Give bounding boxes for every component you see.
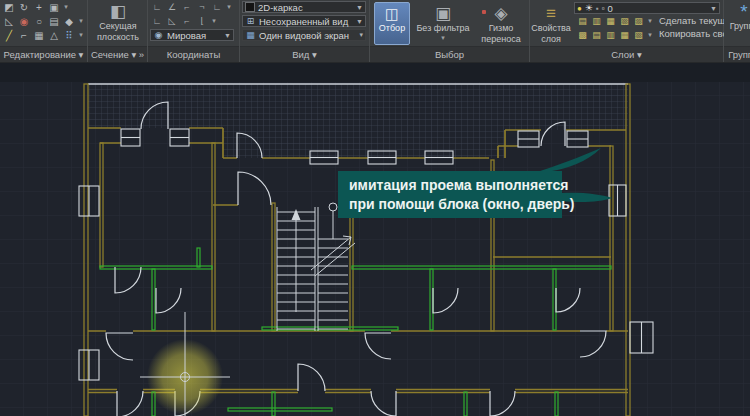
layer-stack-icon: ≡ — [546, 5, 556, 23]
layer-tools-row: ▤▥▦▧▨▾ — [574, 14, 656, 28]
layer-tool-icon[interactable]: ▤ — [590, 29, 603, 42]
panel-view: 2D-каркас ▼ ⊞ Несохраненный вид ▼ ▦ Один… — [240, 0, 370, 62]
layer-tool-icon[interactable]: ▦ — [618, 29, 631, 42]
layer-tools-row: ▩▤▥▦▧▾ — [574, 28, 656, 42]
flyout-arrow-icon[interactable]: ▾ — [62, 3, 70, 11]
coords-icon-row: ∟∠⌐¬∟▾ — [148, 0, 239, 14]
section-plane-label: Секущая плоскость — [91, 21, 145, 42]
panel-label-groups[interactable]: Группы — [724, 46, 750, 62]
gizmo-hex-icon: ◈ — [494, 5, 507, 23]
named-view-combo[interactable]: ⊞ Несохраненный вид ▼ — [242, 15, 366, 27]
layer-tool-icon[interactable]: ▨ — [632, 15, 645, 28]
edit-tool-icon[interactable]: ◆ — [62, 15, 76, 28]
callout-text-line1: имитация проема выполняется — [349, 177, 568, 193]
visual-style-value: 2D-каркас — [258, 2, 303, 13]
group-label: Группа — [730, 21, 750, 32]
ucs-icon[interactable]: ⌊ — [195, 15, 209, 28]
edit-icon-row: ╱⌐▦△⠿▾ — [0, 28, 87, 42]
ucs-icon[interactable]: ∠ — [165, 1, 179, 14]
ribbon-toolbar: ◩↻+▣▾ ◺◉○▤◆▾ ╱⌐▦△⠿▾ Редактирование ▾ ◧ С… — [0, 0, 750, 63]
world-ucs-icon: ◉ — [153, 30, 164, 40]
visual-style-combo[interactable]: 2D-каркас ▼ — [242, 1, 366, 13]
autocad-window: { "ribbon": { "panels": { "edit": { "lab… — [0, 0, 750, 416]
chevron-down-icon: ▼ — [224, 32, 231, 39]
edit-tool-icon[interactable]: △ — [47, 29, 61, 42]
group-star-icon: * — [740, 3, 747, 21]
panel-label-edit[interactable]: Редактирование ▾ — [0, 46, 87, 62]
edit-tool-icon[interactable]: ▦ — [32, 29, 46, 42]
visual-style-icon — [245, 2, 255, 12]
ucs-icon[interactable]: ⌐ — [180, 1, 194, 14]
flyout-arrow-icon[interactable]: ▾ — [210, 17, 218, 25]
group-button[interactable]: * Группа — [724, 0, 750, 43]
edit-tool-icon[interactable]: ◺ — [2, 15, 16, 28]
layer-color-swatch: ▫ — [602, 4, 605, 13]
flyout-arrow-icon[interactable]: ▾ — [77, 17, 85, 25]
layer-tool-icon[interactable]: ▧ — [632, 29, 645, 42]
canvas-top-band — [0, 62, 750, 82]
ucs-icon[interactable]: ⌐ — [180, 15, 194, 28]
filter-cube-icon: ▣ — [435, 5, 451, 23]
layer-tool-icon[interactable]: ▥ — [604, 29, 617, 42]
ucs-icon[interactable]: ∟ — [150, 1, 164, 14]
culling-button[interactable]: ◫ Отбор — [374, 2, 410, 45]
panel-layers: ≡ Свойства слоя ● ☀ ▪ ▫ 0 ▼ ▤▥▦▧▨▾ ▩▤▥▦▧… — [530, 0, 724, 62]
panel-label-select[interactable]: Выбор — [370, 46, 529, 62]
culling-cube-icon: ◫ — [385, 5, 399, 23]
flyout-arrow-icon[interactable]: ▾ — [646, 17, 654, 25]
layer-on-bulb-icon: ● — [577, 4, 582, 13]
edit-tool-icon[interactable]: + — [32, 1, 46, 14]
ucs-icon[interactable]: ◺ — [165, 15, 179, 28]
panel-label-layers[interactable]: Слои ▾ — [530, 46, 723, 62]
layer-combo[interactable]: ● ☀ ▪ ▫ 0 ▼ — [574, 2, 720, 14]
view-icon: ⊞ — [245, 16, 256, 26]
viewport-config-value: Один видовой экран — [259, 30, 349, 41]
ucs-combo[interactable]: ◉ Мировая ▼ — [150, 29, 234, 41]
filter-label: Без фильтра — [416, 23, 469, 34]
edit-tool-icon[interactable]: ▤ — [47, 15, 61, 28]
filter-button[interactable]: ▣ Без фильтра ▾ — [414, 2, 472, 45]
ucs-icon[interactable]: ∟ — [150, 15, 164, 28]
coords-icon-row: ∟◺⌐⌊▾ — [148, 14, 239, 28]
viewport-config-combo[interactable]: ▦ Один видовой экран ▾ — [242, 29, 366, 41]
section-plane-button[interactable]: ◧ Секущая плоскость — [88, 0, 148, 47]
edit-tool-icon[interactable]: ⠿ — [62, 29, 76, 42]
edit-tool-icon[interactable]: ◉ — [17, 15, 31, 28]
panel-label-section[interactable]: Сечение ▾ » — [88, 46, 147, 62]
callout-text-line2: при помощи блока (окно, дверь) — [349, 196, 575, 212]
section-plane-icon: ◧ — [110, 3, 126, 21]
ucs-icon[interactable]: ∟ — [210, 1, 224, 14]
panel-edit: ◩↻+▣▾ ◺◉○▤◆▾ ╱⌐▦△⠿▾ Редактирование ▾ — [0, 0, 88, 62]
flyout-arrow-icon[interactable]: ▾ — [77, 31, 85, 39]
layer-tool-icon[interactable]: ▩ — [576, 29, 589, 42]
edit-tool-icon[interactable]: ▣ — [47, 1, 61, 14]
layer-lock-icon: ▪ — [596, 4, 599, 13]
layer-properties-button[interactable]: ≡ Свойства слоя — [530, 2, 572, 45]
ucs-combo-value: Мировая — [167, 30, 206, 41]
panel-coords: ∟∠⌐¬∟▾ ∟◺⌐⌊▾ ◉ Мировая ▼ Координаты — [148, 0, 240, 62]
flyout-arrow-icon[interactable]: ▾ — [646, 31, 654, 39]
edit-icon-row: ◺◉○▤◆▾ — [0, 14, 87, 28]
viewport-icon: ▦ — [245, 30, 256, 40]
layer-tool-icon[interactable]: ▤ — [576, 15, 589, 28]
edit-tool-icon[interactable]: ⌐ — [17, 29, 31, 42]
ucs-icon[interactable]: ¬ — [195, 1, 209, 14]
flyout-arrow-icon[interactable]: ▾ — [225, 3, 233, 11]
panel-label-coords[interactable]: Координаты — [148, 46, 239, 62]
edit-tool-icon[interactable]: ○ — [32, 15, 46, 28]
edit-tool-icon[interactable]: ↻ — [17, 1, 31, 14]
layer-tool-icon[interactable]: ▥ — [590, 15, 603, 28]
gizmo-axis-dot — [482, 10, 486, 14]
edit-tool-icon[interactable]: ◩ — [2, 1, 16, 14]
panel-select: ◫ Отбор ▣ Без фильтра ▾ ◈ Гизмо переноса… — [370, 0, 530, 62]
layer-tool-icon[interactable]: ▦ — [604, 15, 617, 28]
edit-tool-icon[interactable]: ╱ — [2, 29, 16, 42]
culling-label: Отбор — [379, 23, 405, 34]
drawing-canvas[interactable]: имитация проема выполняется при помощи б… — [0, 62, 750, 416]
layer-tool-icon[interactable]: ▧ — [618, 15, 631, 28]
panel-label-view[interactable]: Вид ▾ — [240, 46, 369, 62]
chevron-down-icon: ▾ — [359, 31, 363, 39]
layer-properties-label: Свойства слоя — [530, 23, 572, 44]
gizmo-button[interactable]: ◈ Гизмо переноса — [474, 2, 528, 45]
chevron-down-icon: ▼ — [356, 18, 363, 25]
